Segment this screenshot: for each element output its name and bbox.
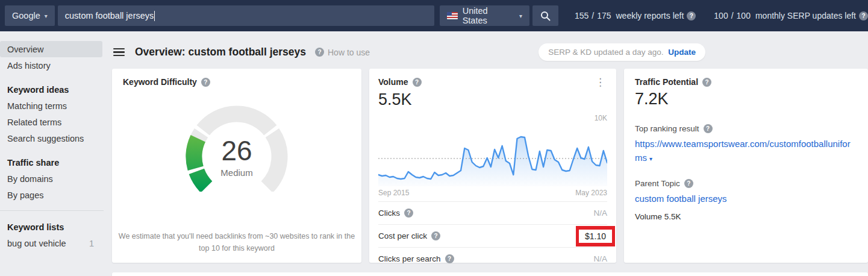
page-title: Overview: custom football jerseys xyxy=(135,46,306,58)
keywords-explorer-screen: Google ▾ custom football jerseys United … xyxy=(0,0,868,276)
keyword-difficulty-card: Keyword Difficulty ? 26 xyxy=(112,69,361,263)
keyword-list-count: 1 xyxy=(89,239,96,248)
search-button[interactable] xyxy=(532,5,558,26)
help-icon[interactable]: ? xyxy=(201,78,210,87)
kd-card-title: Keyword Difficulty xyxy=(123,77,197,87)
clicks-per-search-label: Clicks per search xyxy=(378,254,441,263)
help-icon[interactable]: ? xyxy=(404,209,413,218)
top-ranking-url-text: https://www.teamsportswear.com/customfoo… xyxy=(635,139,851,163)
help-icon[interactable]: ? xyxy=(684,179,693,188)
main-content: Overview: custom football jerseys ? How … xyxy=(104,31,868,276)
help-icon: ? xyxy=(315,48,324,57)
volume-card: Volume ? ⋮ 5.5K 10K xyxy=(369,69,616,263)
clicks-per-search-row: Clicks per search ? N/A xyxy=(378,247,607,270)
cost-per-click-row: Cost per click ? $1.10 xyxy=(378,224,607,247)
sidebar-item-overview[interactable]: Overview xyxy=(0,41,102,57)
clicks-value: N/A xyxy=(593,209,607,218)
chevron-down-icon: ▾ xyxy=(45,13,48,19)
sidebar-item-label: bug out vehicle xyxy=(7,239,66,248)
help-icon[interactable]: ? xyxy=(431,231,440,240)
quota-separator: / xyxy=(592,11,594,20)
volume-value: 5.5K xyxy=(378,90,607,109)
quota-used: 100 xyxy=(714,11,728,20)
sidebar-item-label: Matching terms xyxy=(7,101,67,111)
sidebar-header-keyword-ideas: Keyword ideas xyxy=(0,81,104,98)
quota-separator: / xyxy=(731,11,734,20)
page-header: Overview: custom football jerseys ? How … xyxy=(104,31,868,61)
chart-ymax-label: 10K xyxy=(378,114,607,122)
parent-topic-label: Parent Topic xyxy=(635,179,680,188)
tp-card-title: Traffic Potential xyxy=(635,77,698,87)
sidebar-header-traffic-share: Traffic share xyxy=(0,154,104,171)
update-notice-text: SERP & KD updated a day ago. xyxy=(548,48,663,57)
help-icon[interactable]: ? xyxy=(859,11,868,20)
help-icon[interactable]: ? xyxy=(687,11,696,20)
us-flag-icon xyxy=(447,12,458,19)
sidebar-item-keyword-list[interactable]: bug out vehicle 1 xyxy=(0,235,104,251)
top-ranking-label: Top ranking result xyxy=(635,124,699,133)
chart-start-date: Sep 2015 xyxy=(378,189,409,197)
cpc-label: Cost per click xyxy=(378,231,427,240)
sidebar-divider xyxy=(0,210,104,211)
parent-topic-volume: Volume 5.5K xyxy=(635,212,857,221)
clicks-per-search-value: N/A xyxy=(593,254,607,263)
help-icon[interactable]: ? xyxy=(702,78,711,87)
country-label: United States xyxy=(463,6,514,25)
quota-label: monthly SERP updates left xyxy=(755,11,856,20)
top-search-bar: Google ▾ custom football jerseys United … xyxy=(0,0,868,31)
menu-icon[interactable] xyxy=(113,46,125,58)
chevron-down-icon: ▾ xyxy=(519,13,522,19)
kd-estimate-note: We estimate that you'll need backlinks f… xyxy=(118,231,355,254)
sidebar-item-matching-terms[interactable]: Matching terms xyxy=(0,98,104,114)
keyword-search-input[interactable]: custom football jerseys xyxy=(58,5,434,26)
usage-quotas: 155 / 175 weekly reports left ? 100 / 10… xyxy=(575,11,868,20)
cpc-highlight-annotation: $1.10 xyxy=(576,226,615,246)
how-to-use-link[interactable]: ? How to use xyxy=(315,48,370,57)
next-card-edge xyxy=(112,272,868,276)
country-dropdown[interactable]: United States ▾ xyxy=(440,5,529,26)
sidebar-item-related-terms[interactable]: Related terms xyxy=(0,114,104,130)
parent-topic-link[interactable]: custom football jerseys xyxy=(635,192,857,206)
sidebar-item-ads-history[interactable]: Ads history xyxy=(0,57,104,74)
top-ranking-url-link[interactable]: https://www.teamsportswear.com/customfoo… xyxy=(635,137,857,165)
kebab-menu-icon[interactable]: ⋮ xyxy=(593,77,607,87)
weekly-reports-quota: 155 / 175 weekly reports left ? xyxy=(575,11,696,20)
help-icon[interactable]: ? xyxy=(445,254,454,263)
clicks-row: Clicks ? N/A xyxy=(378,201,607,224)
serp-updates-quota: 100 / 100 monthly SERP updates left ? xyxy=(714,11,868,20)
cpc-value: $1.10 xyxy=(579,230,612,243)
sidebar-item-label: Overview xyxy=(7,45,43,54)
traffic-potential-card: Traffic Potential ? 7.2K Top ranking res… xyxy=(624,69,868,263)
clicks-label: Clicks xyxy=(378,209,400,218)
kd-level-label: Medium xyxy=(180,168,294,178)
quota-used: 155 xyxy=(575,11,589,20)
sidebar-item-search-suggestions[interactable]: Search suggestions xyxy=(0,130,104,146)
sidebar-item-label: By domains xyxy=(7,174,53,184)
sidebar-header-keyword-lists: Keyword lists xyxy=(0,219,104,235)
sidebar-item-label: Related terms xyxy=(7,118,61,127)
text-cursor xyxy=(154,11,155,21)
sidebar: Overview Ads history Keyword ideas Match… xyxy=(0,31,104,276)
kd-gauge: 26 Medium xyxy=(180,101,294,194)
volume-card-title: Volume xyxy=(378,77,408,87)
tp-value: 7.2K xyxy=(635,90,857,108)
search-icon xyxy=(540,11,551,21)
update-button[interactable]: Update xyxy=(668,48,696,57)
help-icon[interactable]: ? xyxy=(413,78,422,87)
sidebar-item-by-domains[interactable]: By domains xyxy=(0,171,104,187)
parent-topic-text: custom football jerseys xyxy=(635,193,727,204)
how-to-use-label: How to use xyxy=(328,48,370,57)
quota-total: 175 xyxy=(597,11,611,20)
sidebar-item-label: By pages xyxy=(7,190,43,200)
sidebar-item-by-pages[interactable]: By pages xyxy=(0,187,104,203)
sidebar-item-label: Search suggestions xyxy=(7,134,84,143)
search-engine-label: Google xyxy=(12,11,40,20)
quota-label: weekly reports left xyxy=(616,11,684,20)
serp-update-pill: SERP & KD updated a day ago. Update xyxy=(539,43,705,61)
keyword-query-text: custom football jerseys xyxy=(65,11,154,20)
help-icon[interactable]: ? xyxy=(704,124,713,133)
quota-total: 100 xyxy=(737,11,751,20)
chevron-down-icon[interactable]: ▾ xyxy=(649,155,652,162)
volume-trend-chart xyxy=(378,123,607,187)
search-engine-dropdown[interactable]: Google ▾ xyxy=(5,5,55,26)
